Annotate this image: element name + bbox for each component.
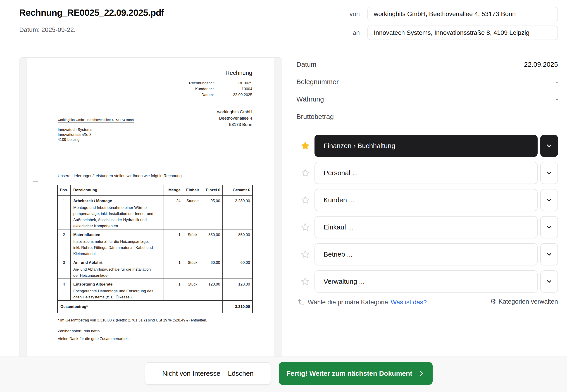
item-description-line: elektrischer Komponenten. <box>73 223 161 229</box>
invoice-table-header-cell: Pos. <box>58 185 71 195</box>
document-review-app: Rechnung_RE0025_22.09.2025.pdf Datum: 20… <box>0 0 567 392</box>
corner-left-up-arrow-icon <box>296 298 305 307</box>
sender-address-line: 53173 Bonn <box>217 121 252 128</box>
manage-categories-label: Kategorien verwalten <box>498 298 558 305</box>
chevron-down-icon <box>546 278 553 285</box>
item-description-cell: Entsorgung AltgeräteFachgerechte Demonta… <box>71 279 164 300</box>
invoice-total-label: Gesamtbetrag* <box>58 301 223 313</box>
invoice-total-row: Gesamtbetrag*3.310,00 <box>58 301 252 313</box>
item-unit-price-cell: 120,00 <box>202 279 223 300</box>
metadata-value: - <box>556 95 558 103</box>
chevron-right-icon <box>418 370 425 377</box>
chevron-down-icon <box>546 142 553 149</box>
item-total-cell: 2.280,00 <box>223 196 252 229</box>
item-total-cell: 850,00 <box>223 229 252 257</box>
favorite-star-button[interactable] <box>296 216 315 238</box>
chevron-down-icon <box>546 224 553 231</box>
item-description-line: Außeneinheit, Anschluss der Hydraulik un… <box>73 217 161 223</box>
invoice-meta-label: Datum: <box>201 92 214 98</box>
pdf-preview-card[interactable]: Rechnung Rechnungsnr.:RE0025Kundennr.:10… <box>19 57 282 356</box>
metadata-label: Datum <box>296 61 316 68</box>
category-expand-button[interactable] <box>540 216 558 238</box>
invoice-meta-value: RE0025 <box>214 80 252 86</box>
item-description-line: alten Heizsystems (z. B. Ölkessel). <box>73 294 161 300</box>
item-description: Montage und Inbetriebnahme einer Wärme-p… <box>73 205 161 229</box>
star-outline-icon <box>301 277 309 286</box>
invoice-meta-label: Kundennr.: <box>195 86 214 92</box>
category-row: Betrieb ... <box>296 243 558 266</box>
item-description-line: Installationsmaterial für die Heizungsan… <box>73 238 161 245</box>
invoice-table-header-cell: Gesamt € <box>223 185 252 195</box>
category-row: Kunden ... <box>296 189 558 211</box>
category-expand-button[interactable] <box>540 270 558 293</box>
category-helper-row: Wähle die primäre Kategorie Was ist das?… <box>296 298 558 309</box>
done-next-document-label: Fertig! Weiter zum nächsten Dokument <box>286 370 412 377</box>
metadata-label: Belegnummer <box>296 78 339 86</box>
favorite-star-button[interactable] <box>296 162 315 184</box>
category-list: Finanzen › BuchhaltungPersonal ...Kunden… <box>296 135 558 297</box>
gear-icon: ⚙ <box>490 298 496 305</box>
category-expand-button[interactable] <box>540 243 558 266</box>
item-name: Materialkosten <box>73 233 161 237</box>
item-description-cell: Arbeitszeit / MontageMontage und Inbetri… <box>71 196 164 229</box>
item-name: Arbeitszeit / Montage <box>73 199 161 203</box>
sender-address-line: Beethovenallee 4 <box>217 115 252 121</box>
item-description-line: An- und Abfahrtspauschale für die Instal… <box>73 266 161 272</box>
from-label: von <box>339 10 360 18</box>
metadata-row: Datum22.09.2025 <box>296 58 558 76</box>
star-outline-icon <box>301 250 309 259</box>
metadata-row: Währung- <box>296 93 558 111</box>
metadata-value: - <box>556 113 558 121</box>
to-input[interactable] <box>367 26 558 40</box>
item-description-line: Montage und Inbetriebnahme einer Wärme- <box>73 205 161 211</box>
to-label: an <box>339 29 360 36</box>
item-total-cell: 60,00 <box>223 257 252 279</box>
category-button[interactable]: Verwaltung ... <box>315 270 538 293</box>
invoice-meta-block: Rechnungsnr.:RE0025Kundennr.:10004Datum:… <box>189 80 252 98</box>
delete-document-button[interactable]: Nicht von Interesse – Löschen <box>145 362 271 385</box>
page-title: Rechnung_RE0025_22.09.2025.pdf <box>19 8 164 18</box>
manage-categories-button[interactable]: ⚙ Kategorien verwalten <box>490 298 558 305</box>
from-input[interactable] <box>367 7 558 21</box>
category-expand-button[interactable] <box>540 135 558 157</box>
invoice-meta-row: Datum:22.09.2025 <box>189 92 252 98</box>
category-button[interactable]: Betrieb ... <box>315 243 538 266</box>
favorite-star-button[interactable] <box>296 135 315 157</box>
invoice-meta-row: Rechnungsnr.:RE0025 <box>189 80 252 86</box>
category-expand-button[interactable] <box>540 162 558 184</box>
item-pos-cell: 4 <box>58 279 71 300</box>
item-name: An- und Abfahrt <box>73 260 161 265</box>
category-button[interactable]: Einkauf ... <box>315 216 538 238</box>
item-description: An- und Abfahrtspauschale für die Instal… <box>73 266 161 279</box>
invoice-meta-label: Rechnungsnr.: <box>189 80 214 86</box>
star-outline-icon <box>301 223 309 232</box>
category-button[interactable]: Personal ... <box>315 162 538 184</box>
what-is-this-link[interactable]: Was ist das? <box>391 299 427 306</box>
favorite-star-button[interactable] <box>296 243 315 266</box>
invoice-table-row: 3An- und AbfahrtAn- und Abfahrtspauschal… <box>58 257 252 279</box>
invoice-table-header-cell: Einzel € <box>202 185 223 195</box>
category-button[interactable]: Kunden ... <box>315 189 538 211</box>
invoice-table-header-cell: Menge <box>164 185 183 195</box>
metadata-label: Währung <box>296 95 324 103</box>
favorite-star-button[interactable] <box>296 270 315 293</box>
invoice-table-row: 4Entsorgung AltgeräteFachgerechte Demont… <box>58 279 252 301</box>
done-next-document-button[interactable]: Fertig! Weiter zum nächsten Dokument <box>279 362 433 385</box>
invoice-thanks-note: Vielen Dank für die gute Zusammenarbeit. <box>58 336 130 341</box>
invoice-table-row: 1Arbeitszeit / MontageMontage und Inbetr… <box>58 196 252 229</box>
invoice-meta-value: 10004 <box>214 86 252 92</box>
item-description-line: Fachgerechte Demontage und Entsorgung de… <box>73 288 161 294</box>
category-row: Finanzen › Buchhaltung <box>296 135 558 157</box>
item-unit-cell: Stunde <box>183 196 202 229</box>
category-row: Einkauf ... <box>296 216 558 238</box>
primary-category-hint: Wähle die primäre Kategorie <box>308 299 388 306</box>
invoice-intro-text: Unsere Lieferungen/Leistungen stellen wi… <box>58 174 183 178</box>
item-quantity-cell: 1 <box>164 279 183 300</box>
category-row: Verwaltung ... <box>296 270 558 293</box>
invoice-heading: Rechnung <box>225 70 252 76</box>
category-expand-button[interactable] <box>540 189 558 211</box>
chevron-down-icon <box>546 251 553 258</box>
favorite-star-button[interactable] <box>296 189 315 211</box>
category-button[interactable]: Finanzen › Buchhaltung <box>315 135 538 157</box>
invoice-recipient-address: Innovatech SystemsInnovationsstraße 8410… <box>58 127 92 142</box>
